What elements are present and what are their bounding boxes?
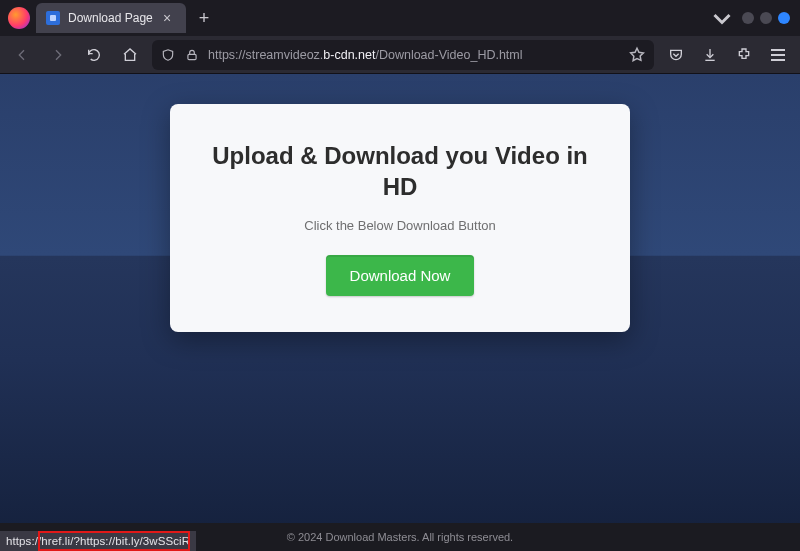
page-viewport: Upload & Download you Video in HD Click … <box>0 74 800 551</box>
nav-toolbar: https://streamvideoz.b-cdn.net/Download-… <box>0 36 800 74</box>
shield-icon <box>160 47 176 63</box>
url-domain: b-cdn.net <box>323 48 375 62</box>
window-maximize-button[interactable] <box>760 12 772 24</box>
new-tab-button[interactable]: + <box>190 4 218 32</box>
address-bar[interactable]: https://streamvideoz.b-cdn.net/Download-… <box>152 40 654 70</box>
bookmark-star-icon[interactable] <box>628 46 646 64</box>
footer-text: © 2024 Download Masters. All rights rese… <box>287 531 513 543</box>
hamburger-icon <box>771 49 785 61</box>
window-minimize-button[interactable] <box>742 12 754 24</box>
window-close-button[interactable] <box>778 12 790 24</box>
browser-tab[interactable]: Download Page × <box>36 3 186 33</box>
app-icon <box>8 7 30 29</box>
page-subtext: Click the Below Download Button <box>206 218 594 233</box>
tab-title: Download Page <box>68 11 153 25</box>
forward-button[interactable] <box>44 41 72 69</box>
download-now-button[interactable]: Download Now <box>326 255 475 296</box>
tabs-dropdown-button[interactable] <box>710 6 734 30</box>
titlebar: Download Page × + <box>0 0 800 36</box>
url-path: /Download-Video_HD.html <box>375 48 522 62</box>
reload-button[interactable] <box>80 41 108 69</box>
page-heading: Upload & Download you Video in HD <box>206 140 594 202</box>
url-prefix: https://streamvideoz. <box>208 48 323 62</box>
window-controls <box>742 12 790 24</box>
back-button[interactable] <box>8 41 36 69</box>
download-card: Upload & Download you Video in HD Click … <box>170 104 630 332</box>
app-menu-button[interactable] <box>764 41 792 69</box>
tab-favicon-icon <box>46 11 60 25</box>
svg-rect-0 <box>188 54 196 59</box>
link-preview-text: https://href.li/?https://bit.ly/3wSSciR <box>6 535 190 547</box>
downloads-button[interactable] <box>696 41 724 69</box>
tab-close-button[interactable]: × <box>158 9 176 27</box>
extensions-button[interactable] <box>730 41 758 69</box>
home-button[interactable] <box>116 41 144 69</box>
url-text: https://streamvideoz.b-cdn.net/Download-… <box>208 48 620 62</box>
link-preview-statusbar: https://href.li/?https://bit.ly/3wSSciR <box>0 531 196 551</box>
lock-icon <box>184 47 200 63</box>
pocket-button[interactable] <box>662 41 690 69</box>
